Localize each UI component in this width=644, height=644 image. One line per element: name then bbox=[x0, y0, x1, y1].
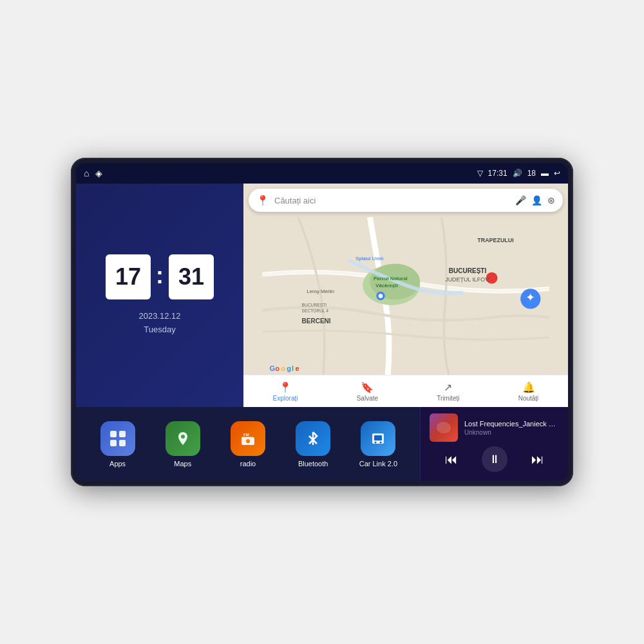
clock-panel: 17 : 31 2023.12.12 Tuesday bbox=[76, 184, 243, 407]
svg-rect-26 bbox=[110, 440, 117, 446]
volume-icon: 🔊 bbox=[513, 169, 522, 178]
map-search-text[interactable]: Căutați aici bbox=[274, 196, 510, 205]
location-icon[interactable]: ◈ bbox=[95, 168, 102, 178]
device-frame: ⌂ ◈ ▽ 17:31 🔊 18 ▬ ↩ 17 : bbox=[71, 158, 573, 486]
app-item-carlink[interactable]: Car Link 2.0 bbox=[355, 421, 401, 468]
explore-icon: 📍 bbox=[279, 381, 292, 393]
svg-rect-24 bbox=[110, 431, 117, 437]
svg-text:o: o bbox=[275, 365, 279, 372]
map-pin-icon: 📍 bbox=[256, 194, 269, 207]
bluetooth-label: Bluetooth bbox=[298, 460, 328, 468]
map-nav-explore[interactable]: 📍 Explorați bbox=[273, 381, 298, 402]
layers-icon[interactable]: ⊛ bbox=[547, 195, 555, 205]
saved-label: Salvate bbox=[357, 395, 378, 402]
music-title: Lost Frequencies_Janieck Devy-... bbox=[464, 420, 559, 428]
svg-rect-34 bbox=[374, 435, 382, 440]
svg-text:l: l bbox=[292, 365, 294, 372]
map-background: ✦ BUCUREȘTI JUDEȚUL ILFOV BERCENI TRAPEZ… bbox=[243, 217, 568, 375]
app-item-maps[interactable]: Maps bbox=[160, 421, 205, 468]
app-item-bluetooth[interactable]: Bluetooth bbox=[290, 421, 336, 468]
status-time: 17:31 bbox=[488, 169, 507, 178]
map-search-bar[interactable]: 📍 Căutați aici 🎤 👤 ⊛ bbox=[249, 189, 563, 212]
radio-label: radio bbox=[240, 460, 256, 468]
battery-icon: ▬ bbox=[541, 169, 549, 178]
apps-icon bbox=[100, 421, 135, 456]
svg-text:Văcărești: Văcărești bbox=[375, 283, 398, 289]
svg-text:Splaiul Unirii: Splaiul Unirii bbox=[355, 256, 384, 261]
home-icon[interactable]: ⌂ bbox=[84, 168, 89, 178]
maps-label: Maps bbox=[174, 460, 191, 468]
map-panel[interactable]: 📍 Căutați aici 🎤 👤 ⊛ bbox=[243, 184, 568, 407]
map-nav-news[interactable]: 🔔 Noutăți bbox=[518, 381, 539, 402]
status-bar-right: ▽ 17:31 🔊 18 ▬ ↩ bbox=[477, 169, 560, 178]
music-info: Lost Frequencies_Janieck Devy-... Unknow… bbox=[464, 420, 559, 436]
svg-text:FM: FM bbox=[243, 433, 249, 437]
apps-panel: Apps Maps bbox=[76, 407, 420, 481]
volume-level: 18 bbox=[527, 169, 536, 178]
music-panel: Lost Frequencies_Janieck Devy-... Unknow… bbox=[420, 407, 568, 481]
app-item-radio[interactable]: FM radio bbox=[225, 421, 270, 468]
svg-text:SECTORUL 4: SECTORUL 4 bbox=[302, 308, 329, 313]
radio-icon: FM bbox=[231, 421, 265, 456]
clock-minute: 31 bbox=[169, 254, 214, 299]
svg-text:BERCENI: BERCENI bbox=[302, 317, 331, 325]
apps-label: Apps bbox=[109, 460, 126, 468]
svg-text:o: o bbox=[281, 365, 285, 372]
clock-date: 2023.12.12 Tuesday bbox=[138, 310, 180, 337]
status-bar: ⌂ ◈ ▽ 17:31 🔊 18 ▬ ↩ bbox=[76, 163, 568, 184]
app-item-apps[interactable]: Apps bbox=[95, 421, 140, 468]
status-bar-left: ⌂ ◈ bbox=[84, 168, 102, 178]
svg-text:JUDEȚUL ILFOV: JUDEȚUL ILFOV bbox=[445, 276, 489, 283]
map-bottom-bar: 📍 Explorați 🔖 Salvate ↗ Trimiteți 🔔 bbox=[243, 375, 568, 407]
news-icon: 🔔 bbox=[522, 381, 535, 393]
music-thumbnail bbox=[430, 413, 458, 442]
send-icon: ↗ bbox=[444, 381, 452, 393]
svg-text:Parcul Natural: Parcul Natural bbox=[374, 276, 408, 281]
clock-hour: 17 bbox=[106, 254, 151, 299]
svg-point-4 bbox=[379, 294, 383, 298]
explore-label: Explorați bbox=[273, 395, 298, 402]
main-content: 17 : 31 2023.12.12 Tuesday 📍 Căutați aic… bbox=[76, 184, 568, 481]
clock-colon: : bbox=[156, 262, 164, 289]
maps-icon bbox=[166, 421, 200, 456]
send-label: Trimiteți bbox=[437, 395, 459, 402]
svg-text:G: G bbox=[269, 365, 275, 372]
news-label: Noutăți bbox=[518, 395, 539, 402]
device-screen: ⌂ ◈ ▽ 17:31 🔊 18 ▬ ↩ 17 : bbox=[76, 163, 568, 481]
clock-display: 17 : 31 bbox=[106, 254, 214, 299]
prev-button[interactable]: ⏮ bbox=[439, 446, 464, 472]
svg-text:BUCUREȘTI: BUCUREȘTI bbox=[302, 303, 327, 308]
svg-rect-25 bbox=[119, 431, 126, 437]
music-artist: Unknown bbox=[464, 429, 559, 436]
carlink-icon bbox=[361, 421, 395, 456]
svg-text:e: e bbox=[296, 365, 299, 372]
svg-point-28 bbox=[181, 435, 185, 439]
svg-text:BUCUREȘTI: BUCUREȘTI bbox=[449, 267, 487, 274]
svg-rect-27 bbox=[119, 440, 126, 446]
play-pause-button[interactable]: ⏸ bbox=[482, 446, 507, 472]
account-icon[interactable]: 👤 bbox=[531, 195, 542, 205]
svg-text:g: g bbox=[287, 365, 291, 372]
svg-text:Leroy Merlin: Leroy Merlin bbox=[307, 289, 334, 294]
bluetooth-icon bbox=[296, 421, 330, 456]
map-search-icons: 🎤 👤 ⊛ bbox=[515, 195, 555, 205]
svg-point-30 bbox=[246, 439, 250, 443]
music-info-row: Lost Frequencies_Janieck Devy-... Unknow… bbox=[430, 413, 559, 442]
carlink-label: Car Link 2.0 bbox=[359, 460, 397, 468]
map-nav-saved[interactable]: 🔖 Salvate bbox=[357, 381, 378, 402]
mic-icon[interactable]: 🎤 bbox=[515, 195, 526, 205]
bottom-section: Apps Maps bbox=[76, 407, 568, 481]
svg-point-36 bbox=[380, 441, 382, 443]
back-icon[interactable]: ↩ bbox=[554, 169, 560, 178]
top-section: 17 : 31 2023.12.12 Tuesday 📍 Căutați aic… bbox=[76, 184, 568, 407]
svg-point-35 bbox=[375, 441, 377, 443]
music-controls: ⏮ ⏸ ⏭ bbox=[430, 446, 559, 475]
svg-text:✦: ✦ bbox=[526, 291, 535, 304]
svg-text:TRAPEZULUI: TRAPEZULUI bbox=[477, 237, 513, 243]
next-button[interactable]: ⏭ bbox=[525, 446, 551, 472]
signal-icon: ▽ bbox=[477, 169, 483, 178]
saved-icon: 🔖 bbox=[361, 381, 374, 393]
map-nav-send[interactable]: ↗ Trimiteți bbox=[437, 381, 459, 402]
